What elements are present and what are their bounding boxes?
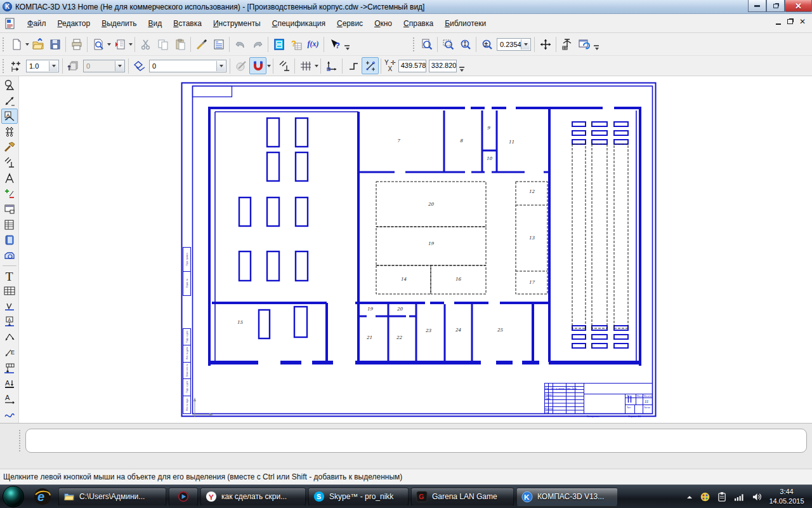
zoom-area-button[interactable] [440,36,457,53]
menu-help[interactable]: Справка [398,17,439,30]
close-button[interactable]: ✕ [785,0,812,12]
dimensions-tool[interactable] [1,93,18,108]
coord-y-field[interactable]: 332.820 [429,60,457,72]
insert-view-tool[interactable] [1,248,18,263]
ortho-mode-button[interactable] [344,57,362,74]
grid-button[interactable] [297,57,314,74]
marking-tool[interactable]: A [1,377,18,392]
toolbar-overflow-button[interactable] [343,36,351,53]
menu-view[interactable]: Вид [143,17,168,30]
start-button[interactable] [3,486,24,507]
zoom-in-out-button[interactable]: ± [478,36,495,53]
position-tool[interactable]: A [1,392,18,407]
selection-tool[interactable] [1,186,18,201]
menu-service[interactable]: Сервис [331,17,369,30]
copy-properties-button[interactable] [193,36,210,53]
coord-x-field[interactable]: 439.578 [398,60,426,72]
save-button[interactable] [46,36,63,53]
state-toolbar-overflow[interactable] [458,58,466,74]
show-hidden-icons[interactable] [686,495,693,500]
zoom-toolbar-overflow[interactable] [593,36,600,53]
properties-button[interactable] [210,36,227,53]
variables-button[interactable]: ? [287,36,304,53]
table-tool[interactable] [1,283,18,298]
filter-styles-button[interactable] [232,57,249,74]
paste-button[interactable] [171,36,188,53]
redo-button[interactable] [249,36,266,53]
document-layout-button[interactable] [558,36,575,53]
print-preview-button[interactable] [89,36,107,53]
new-document-button[interactable] [8,36,25,53]
minimize-button[interactable] [748,0,766,12]
rounding-snap-button[interactable] [362,57,379,74]
zoom-toolbar-grip[interactable] [413,37,416,51]
designations-tool[interactable]: A [1,109,18,124]
taskbar-yandex-browser[interactable]: Y как сделать скри... [200,488,306,506]
print-button[interactable] [68,36,85,53]
taskbar-explorer-window[interactable]: C:\Users\Админи... [58,488,166,506]
menu-select[interactable]: Выделить [96,17,142,30]
library-manager-button[interactable] [270,36,287,53]
menu-window[interactable]: Окно [369,17,398,30]
update-dropdown-icon[interactable] [129,43,133,46]
weld-designation-tool[interactable] [1,361,18,376]
magnet-dropdown-icon[interactable] [267,65,271,67]
geometry-tool[interactable] [1,77,18,93]
text-tool[interactable]: T [1,268,18,283]
restore-button[interactable] [766,0,785,12]
curve-tool[interactable] [1,407,18,422]
zoom-scale-combo[interactable]: 0.2354 [497,38,531,51]
update-view-button[interactable] [111,36,128,53]
menu-specification[interactable]: Спецификация [266,17,331,30]
context-help-button[interactable]: ? [326,36,343,53]
property-panel-field[interactable] [25,429,807,453]
leader-lines-tool[interactable] [1,330,18,345]
doc-close-icon[interactable]: ✕ [799,18,806,25]
taskbar-media-player[interactable] [169,488,198,506]
report-table-tool[interactable] [1,217,18,232]
taskbar-clock[interactable]: 3:44 14.05.2015 [764,487,809,506]
action-center-icon[interactable] [717,491,727,502]
doc-restore-icon[interactable] [787,19,793,24]
internet-explorer-button[interactable]: e [28,486,57,507]
zoom-vertical-button[interactable] [457,36,474,53]
specification-tool[interactable] [1,170,18,185]
undo-button[interactable] [232,36,249,53]
toolbar-grip[interactable] [3,37,6,51]
copy-button[interactable] [154,36,171,53]
doc-minimize-icon[interactable] [776,23,781,25]
volume-icon[interactable] [752,492,763,502]
taskbar-kompas[interactable]: K КОМПАС-3D V13... [516,488,618,506]
network-icon[interactable] [734,493,745,502]
document-book-tool[interactable] [1,232,18,248]
leader-text-tool[interactable]: E [1,345,18,361]
palette-tray-icon[interactable] [700,491,710,502]
local-cs-button[interactable] [323,57,340,74]
editing-tool[interactable] [1,124,18,139]
snap-magnet-button[interactable] [249,57,266,74]
cut-button[interactable] [137,36,154,53]
menu-libraries[interactable]: Библиотеки [439,17,492,30]
menu-editor[interactable]: Редактор [52,17,96,30]
fx-button[interactable]: f(x) [304,36,322,53]
angle-snap-icon[interactable] [275,57,292,74]
measure-tool[interactable] [1,155,18,170]
drawing-canvas[interactable]: Перв. примен. Справ. № Подп. и дата Инв.… [19,76,812,423]
layers-icon[interactable] [65,57,82,74]
property-panel-grip[interactable] [19,430,22,451]
layer-combo[interactable]: 0 [83,60,125,72]
datum-tool[interactable]: A [1,314,18,330]
open-button[interactable] [29,36,46,53]
pan-button[interactable] [537,36,554,53]
menu-tools[interactable]: Инструменты [207,17,266,30]
grid-dropdown-icon[interactable] [315,65,318,67]
spec-window-tool[interactable] [1,201,18,217]
zoom-page-button[interactable] [418,36,435,53]
taskbar-skype[interactable]: S Skype™ - pro_nikk [308,488,409,506]
refresh-image-button[interactable] [575,36,593,53]
layer-list-combo[interactable]: 0 [149,60,226,72]
parametrization-tool[interactable] [1,140,18,155]
menu-file[interactable]: Файл [22,17,52,30]
menu-insert[interactable]: Вставка [167,17,207,30]
taskbar-garena[interactable]: G Garena LAN Game [411,488,514,506]
